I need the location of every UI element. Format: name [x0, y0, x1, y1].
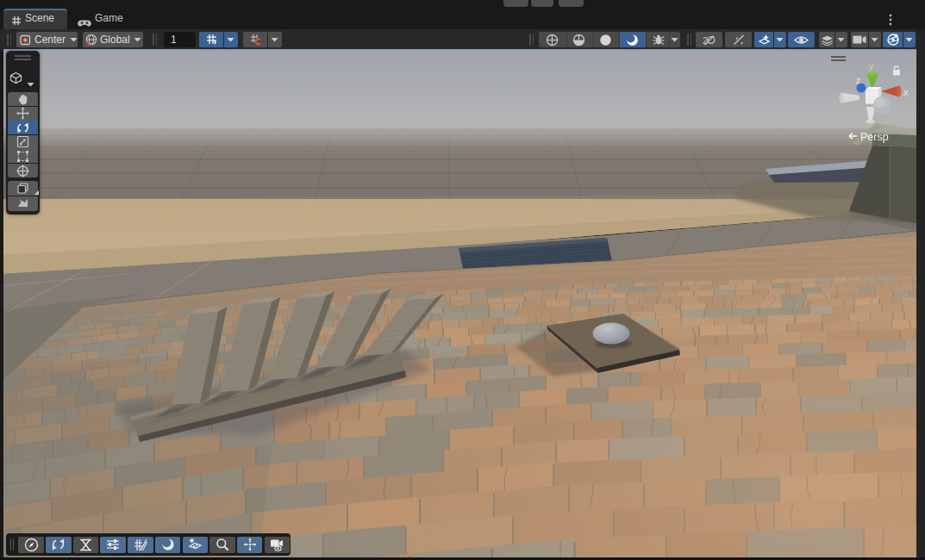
- svg-text:y: y: [869, 60, 874, 71]
- svg-text:z: z: [856, 75, 861, 85]
- svg-text:x: x: [903, 87, 909, 97]
- svg-text:Persp: Persp: [860, 131, 889, 143]
